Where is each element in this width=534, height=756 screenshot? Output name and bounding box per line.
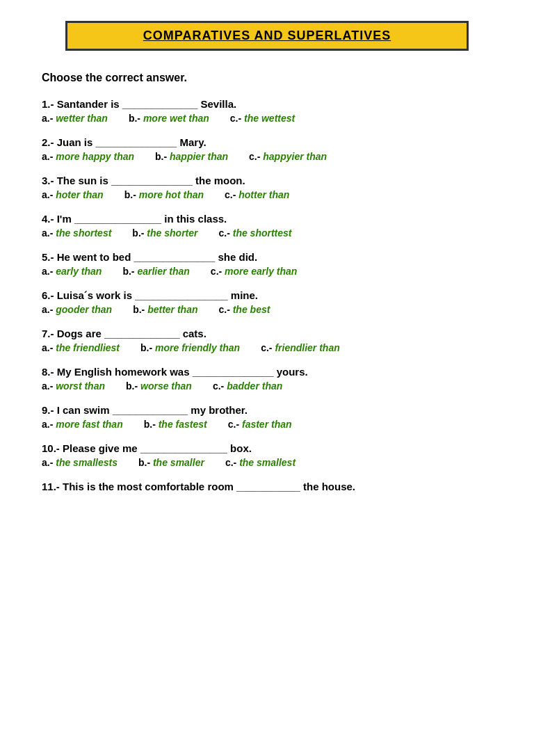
answer-item: c.- happyier than (249, 151, 327, 162)
answer-label: c.- (225, 189, 238, 200)
answers-line: a.- early thanb.- earlier thanc.- more e… (42, 266, 492, 277)
answer-item: b.- worse than (126, 380, 192, 392)
answer-label: c.- (249, 151, 263, 162)
question-block: 7.- Dogs are _____________ cats.a.- the … (42, 328, 492, 353)
answers-line: a.- more happy thanb.- happier thanc.- h… (42, 151, 492, 162)
answer-item: a.- wetter than (42, 113, 108, 124)
answer-label: c.- (228, 419, 242, 430)
answer-label: a.- (42, 304, 56, 315)
answer-text: hoter than (56, 189, 103, 200)
answer-label: c.- (211, 266, 225, 277)
answer-text: happyier than (263, 151, 327, 162)
answer-label: c.- (261, 342, 275, 353)
answers-line: a.- gooder thanb.- better thanc.- the be… (42, 304, 492, 315)
answer-item: c.- the best (218, 304, 270, 315)
answer-text: worse than (140, 380, 192, 392)
answer-text: gooder than (56, 304, 112, 315)
question-text: 9.- I can swim _____________ my brother. (42, 404, 492, 416)
answer-item: a.- early than (42, 266, 102, 277)
answer-label: a.- (42, 419, 56, 430)
answer-text: more fast than (56, 419, 122, 430)
answer-label: a.- (42, 266, 56, 277)
answer-item: a.- gooder than (42, 304, 112, 315)
answer-label: a.- (42, 227, 56, 239)
answer-item: c.- more early than (211, 266, 298, 277)
answer-label: c.- (225, 457, 239, 468)
answers-line: a.- wetter thanb.- more wet thanc.- the … (42, 113, 492, 124)
answer-item: a.- the shortest (42, 227, 111, 239)
answer-text: more friendly than (155, 342, 240, 353)
question-text: 4.- I'm _______________ in this class. (42, 213, 492, 225)
answer-text: the smaller (153, 457, 204, 468)
answer-item: c.- friendlier than (261, 342, 340, 353)
question-text: 8.- My English homework was ____________… (42, 366, 492, 378)
answer-label: a.- (42, 457, 56, 468)
question-block: 9.- I can swim _____________ my brother.… (42, 404, 492, 430)
question-text: 3.- The sun is ______________ the moon. (42, 175, 492, 186)
question-text: 1.- Santander is _____________ Sevilla. (42, 98, 492, 110)
answer-label: a.- (42, 380, 56, 392)
question-block: 10.- Please give me _______________ box.… (42, 442, 492, 468)
answer-label: c.- (218, 304, 232, 315)
answer-text: the friendliest (56, 342, 120, 353)
answer-item: a.- the friendliest (42, 342, 120, 353)
question-block: 11.- This is the most comfortable room _… (42, 481, 492, 492)
answer-text: better than (147, 304, 197, 315)
question-block: 5.- He went to bed ______________ she di… (42, 251, 492, 277)
answer-label: a.- (42, 189, 56, 200)
answer-item: c.- faster than (228, 419, 292, 430)
answers-line: a.- hoter thanb.- more hot thanc.- hotte… (42, 189, 492, 200)
answer-text: the shorter (147, 227, 197, 239)
answer-label: c.- (213, 380, 227, 392)
answer-item: a.- worst than (42, 380, 105, 392)
question-block: 4.- I'm _______________ in this class.a.… (42, 213, 492, 239)
answer-text: more early than (225, 266, 297, 277)
question-block: 6.- Luisa´s work is ________________ min… (42, 289, 492, 315)
answer-label: b.- (155, 151, 170, 162)
answer-text: the fastest (159, 419, 207, 430)
instruction-text: Choose the correct answer. (42, 72, 492, 84)
answer-text: more happy than (56, 151, 134, 162)
answer-label: b.- (140, 342, 155, 353)
answer-label: b.- (129, 113, 143, 124)
question-text: 7.- Dogs are _____________ cats. (42, 328, 492, 339)
answer-text: more hot than (139, 189, 204, 200)
answer-text: happier than (170, 151, 228, 162)
answer-text: the wettest (244, 113, 295, 124)
answer-text: early than (56, 266, 102, 277)
answer-text: wetter than (56, 113, 108, 124)
question-text: 5.- He went to bed ______________ she di… (42, 251, 492, 263)
answer-item: c.- badder than (213, 380, 282, 392)
answers-line: a.- the friendliestb.- more friendly tha… (42, 342, 492, 353)
question-text: 11.- This is the most comfortable room _… (42, 481, 492, 492)
answer-item: c.- the wettest (230, 113, 295, 124)
answer-text: the smallests (56, 457, 118, 468)
page-title: COMPARATIVES AND SUPERLATIVES (143, 29, 391, 42)
title-box: COMPARATIVES AND SUPERLATIVES (65, 21, 469, 51)
answers-line: a.- the shortestb.- the shorterc.- the s… (42, 227, 492, 239)
answer-text: worst than (56, 380, 105, 392)
answer-item: a.- more fast than (42, 419, 123, 430)
answer-item: b.- more wet than (129, 113, 209, 124)
answer-label: b.- (138, 457, 153, 468)
answer-label: c.- (218, 227, 232, 239)
answer-text: the shortest (56, 227, 111, 239)
answer-item: b.- the smaller (138, 457, 204, 468)
answer-item: c.- hotter than (225, 189, 289, 200)
answer-label: b.- (133, 304, 147, 315)
answer-item: a.- hoter than (42, 189, 104, 200)
answer-item: c.- the smallest (225, 457, 296, 468)
answers-line: a.- more fast thanb.- the fastestc.- fas… (42, 419, 492, 430)
answer-item: b.- more hot than (124, 189, 204, 200)
answer-text: badder than (227, 380, 282, 392)
question-text: 2.- Juan is ______________ Mary. (42, 136, 492, 148)
answer-text: friendlier than (275, 342, 339, 353)
answer-label: b.- (122, 266, 137, 277)
answer-text: the smallest (239, 457, 296, 468)
answer-item: b.- the shorter (132, 227, 197, 239)
answer-label: b.- (132, 227, 147, 239)
question-block: 3.- The sun is ______________ the moon.a… (42, 175, 492, 200)
answer-text: the shorttest (233, 227, 292, 239)
question-block: 1.- Santander is _____________ Sevilla.a… (42, 98, 492, 124)
answer-item: b.- better than (133, 304, 197, 315)
